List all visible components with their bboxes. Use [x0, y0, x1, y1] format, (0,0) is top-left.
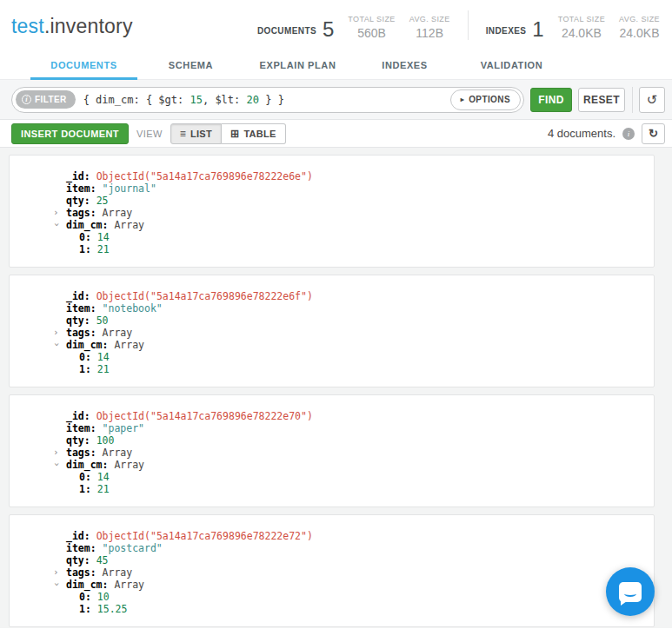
field-key: _id:: [66, 530, 90, 542]
document-count: 4 documents.: [548, 127, 615, 140]
document-field-item: item: "paper": [10, 422, 654, 434]
field-value: 21: [97, 363, 110, 375]
field-key: 0:: [79, 591, 91, 603]
field-value: Array: [114, 459, 144, 471]
expand-chevron-icon[interactable]: ›: [53, 566, 59, 579]
field-key: dim_cm:: [66, 219, 108, 231]
field-value: Array: [103, 447, 133, 459]
document-field-dim_cm: ›dim_cm: Array: [10, 219, 654, 231]
query-bar: i FILTER { dim_cm: { $gt: 15, $lt: 20 } …: [0, 80, 672, 120]
document-field-tags: ›tags: Array: [10, 327, 654, 339]
field-key: qty:: [66, 554, 90, 566]
field-value: 10: [97, 591, 110, 603]
document-field-1: 1: 15.25: [10, 603, 654, 615]
field-key: 0:: [79, 351, 91, 363]
query-history-button[interactable]: ↺: [639, 87, 665, 113]
field-key: dim_cm:: [66, 459, 108, 471]
field-key: item:: [66, 182, 96, 195]
filter-badge: i FILTER: [16, 90, 76, 109]
field-key: 1:: [79, 243, 91, 255]
collapse-chevron-icon[interactable]: ›: [50, 222, 63, 228]
field-key: item:: [66, 422, 96, 434]
field-key: _id:: [66, 410, 90, 422]
document-field-0: 0: 14: [10, 471, 654, 483]
query-segment: 20: [247, 94, 259, 106]
field-value: 14: [97, 351, 110, 363]
collapse-chevron-icon[interactable]: ›: [50, 461, 63, 467]
tab-explain-plan[interactable]: EXPLAIN PLAN: [244, 52, 351, 80]
tab-indexes[interactable]: INDEXES: [351, 52, 458, 80]
expand-chevron-icon[interactable]: ›: [53, 327, 59, 339]
options-button[interactable]: ▸ OPTIONS: [450, 89, 521, 110]
indexes-avg-size-stat: AVG. SIZE 24.0KB: [619, 15, 660, 40]
tab-documents[interactable]: DOCUMENTS: [30, 52, 137, 80]
field-key: qty:: [66, 314, 90, 327]
field-value: 100: [96, 434, 115, 447]
document-card[interactable]: _id: ObjectId("5a14a17ca769896e78222e6f"…: [9, 275, 655, 387]
document-field-_id: _id: ObjectId("5a14a17ca769896e78222e72"…: [10, 530, 654, 542]
tab-validation[interactable]: VALIDATION: [458, 52, 565, 80]
query-segment: { dim_cm: { $gt:: [83, 94, 190, 106]
expand-chevron-icon[interactable]: ›: [53, 207, 59, 219]
field-key: tags:: [66, 327, 96, 339]
document-field-tags: ›tags: Array: [10, 207, 654, 219]
refresh-documents-button[interactable]: ↻: [642, 123, 665, 144]
view-table-button[interactable]: ⊞ TABLE: [222, 123, 286, 144]
tab-schema[interactable]: SCHEMA: [137, 52, 244, 80]
info-icon[interactable]: i: [622, 128, 635, 140]
field-key: tags:: [66, 566, 96, 579]
reset-button[interactable]: RESET: [578, 88, 625, 112]
field-value: Array: [103, 327, 133, 339]
document-field-item: item: "journal": [10, 182, 654, 195]
document-card[interactable]: _id: ObjectId("5a14a17ca769896e78222e72"…: [9, 514, 655, 627]
document-field-1: 1: 21: [10, 483, 654, 495]
document-card[interactable]: _id: ObjectId("5a14a17ca769896e78222e6e"…: [9, 155, 655, 268]
documents-count-label: DOCUMENTS: [257, 26, 316, 36]
field-value: 50: [96, 314, 109, 327]
expand-chevron-icon[interactable]: ›: [53, 447, 59, 459]
document-list: _id: ObjectId("5a14a17ca769896e78222e6e"…: [0, 148, 672, 628]
history-icon: ↺: [647, 92, 658, 108]
document-field-_id: _id: ObjectId("5a14a17ca769896e78222e6e"…: [10, 170, 654, 182]
list-icon: ≡: [180, 128, 186, 140]
field-key: _id:: [66, 290, 90, 302]
field-value: 14: [97, 231, 110, 243]
query-segment: , $lt:: [203, 94, 247, 106]
field-value: 45: [96, 554, 109, 566]
field-value: Array: [103, 207, 133, 219]
indexes-count-value: 1: [532, 19, 543, 40]
field-value: 14: [97, 471, 110, 483]
field-key: dim_cm:: [66, 579, 108, 591]
caret-right-icon: ▸: [461, 96, 464, 103]
document-field-qty: qty: 50: [10, 314, 654, 327]
field-key: 1:: [79, 363, 91, 375]
collapse-chevron-icon[interactable]: ›: [50, 341, 63, 348]
field-value: "journal": [103, 182, 156, 195]
field-value: 21: [97, 483, 110, 495]
chat-widget-button[interactable]: [606, 567, 655, 616]
filter-query-input[interactable]: i FILTER { dim_cm: { $gt: 15, $lt: 20 } …: [11, 87, 524, 113]
field-key: 0:: [79, 231, 91, 243]
document-field-qty: qty: 45: [10, 554, 654, 566]
view-list-button[interactable]: ≡ LIST: [170, 123, 222, 144]
page-title: test.inventory: [11, 15, 133, 38]
indexes-total-size-stat: TOTAL SIZE 24.0KB: [558, 15, 605, 40]
document-field-0: 0: 14: [10, 231, 654, 243]
document-field-qty: qty: 25: [10, 195, 654, 207]
collapse-chevron-icon[interactable]: ›: [50, 581, 63, 587]
find-button[interactable]: FIND: [530, 88, 572, 112]
insert-document-button[interactable]: INSERT DOCUMENT: [11, 123, 129, 144]
collection-name: .inventory: [44, 15, 133, 37]
field-key: 1:: [79, 483, 91, 495]
field-value: Array: [114, 339, 144, 351]
query-segment: 15: [190, 94, 202, 106]
document-field-tags: ›tags: Array: [10, 566, 654, 579]
documents-toolbar-right: 4 documents. i ↻: [548, 123, 665, 144]
document-field-dim_cm: ›dim_cm: Array: [10, 459, 654, 471]
field-value: "postcard": [103, 542, 163, 554]
field-key: tags:: [66, 207, 96, 219]
document-card[interactable]: _id: ObjectId("5a14a17ca769896e78222e70"…: [9, 394, 655, 507]
filter-query-text[interactable]: { dim_cm: { $gt: 15, $lt: 20 } }: [83, 94, 284, 106]
field-value: ObjectId("5a14a17ca769896e78222e72"): [96, 530, 313, 542]
refresh-icon: ↻: [649, 127, 658, 140]
